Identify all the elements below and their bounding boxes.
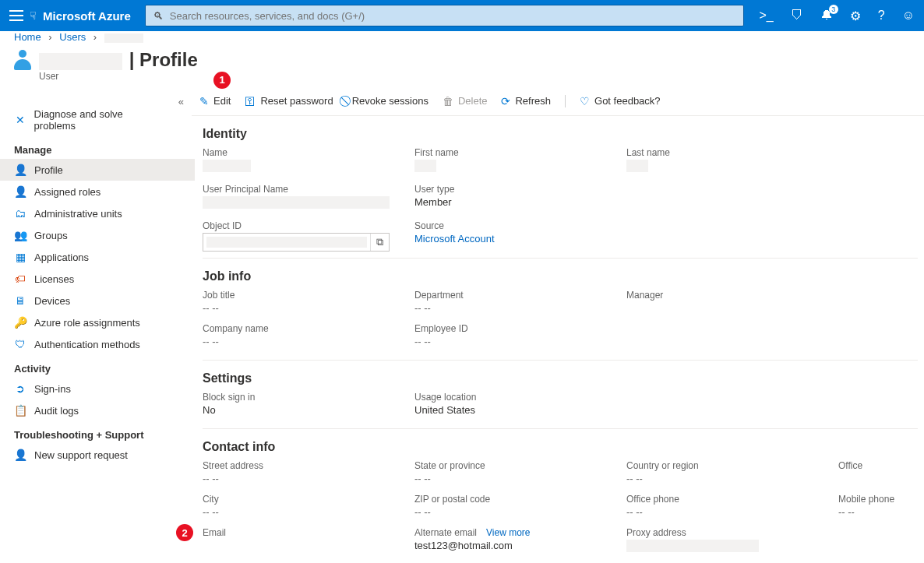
filter-icon[interactable]: ⛉ bbox=[791, 9, 803, 23]
settings-icon[interactable]: ⚙ bbox=[850, 9, 861, 23]
objectid-field[interactable]: ⧉ bbox=[203, 233, 390, 252]
sidebar-section-trouble: Troubleshooting + Support bbox=[0, 421, 195, 444]
global-search[interactable]: 🔍︎ bbox=[145, 5, 744, 26]
city-value: -- -- bbox=[203, 506, 413, 518]
source-value[interactable]: Microsoft Account bbox=[414, 233, 495, 245]
refresh-button[interactable]: ⟳Refresh bbox=[501, 95, 551, 107]
email-label: Email bbox=[203, 527, 413, 538]
firstname-value bbox=[414, 160, 436, 172]
office-label: Office bbox=[838, 460, 918, 471]
breadcrumb: Home › Users › bbox=[0, 31, 924, 49]
support-icon: 👤 bbox=[14, 449, 26, 461]
page-title: | Profile bbox=[39, 49, 198, 71]
sidebar-section-manage: Manage bbox=[0, 136, 195, 159]
street-value: -- -- bbox=[203, 473, 413, 484]
search-icon: 🔍︎ bbox=[153, 10, 164, 22]
diagnose-icon: ✕ bbox=[14, 114, 26, 126]
source-label: Source bbox=[414, 220, 625, 231]
notifications-icon[interactable]: 🔔︎3 bbox=[820, 9, 833, 23]
company-label: Company name bbox=[203, 323, 413, 334]
revoke-sessions-button[interactable]: ⃠Revoke sessions bbox=[347, 94, 428, 107]
street-label: Street address bbox=[203, 460, 413, 471]
refresh-icon: ⟳ bbox=[501, 95, 510, 107]
applications-icon: ▦ bbox=[14, 251, 26, 263]
block-label: Block sign in bbox=[203, 392, 413, 403]
sidebar-item-admin-units[interactable]: 🗂Administrative units bbox=[0, 202, 195, 224]
key-small-icon: ⚿ bbox=[245, 95, 256, 107]
toolbar-separator bbox=[565, 95, 566, 107]
jobtitle-label: Job title bbox=[203, 290, 413, 301]
delete-button: 🗑Delete bbox=[443, 95, 488, 107]
edit-button[interactable]: 1 ✎Edit bbox=[199, 95, 231, 107]
sidebar-item-applications[interactable]: ▦Applications bbox=[0, 246, 195, 268]
proxy-value bbox=[626, 540, 759, 552]
cursor-icon: ☟ bbox=[30, 9, 37, 22]
collapse-sidebar-icon[interactable]: « bbox=[178, 96, 184, 107]
lastname-value bbox=[626, 160, 648, 172]
cloud-shell-icon[interactable]: >_ bbox=[760, 9, 774, 23]
shield-icon: 🛡 bbox=[14, 338, 26, 350]
profile-icon: 👤 bbox=[14, 164, 26, 176]
search-input[interactable] bbox=[170, 10, 735, 22]
company-value: -- -- bbox=[203, 336, 413, 347]
country-label: Country or region bbox=[626, 460, 837, 471]
country-value: -- -- bbox=[626, 473, 837, 484]
mobile-value: -- -- bbox=[838, 506, 918, 518]
sidebar-item-audit-logs[interactable]: 📋Audit logs bbox=[0, 399, 195, 421]
sidebar-item-devices[interactable]: 🖥Devices bbox=[0, 290, 195, 311]
jobinfo-heading: Job info bbox=[203, 269, 918, 283]
empid-label: Employee ID bbox=[414, 323, 625, 334]
usertype-label: User type bbox=[414, 184, 625, 195]
user-icon bbox=[14, 50, 31, 70]
reset-password-button[interactable]: ⚿Reset password bbox=[245, 95, 333, 107]
department-label: Department bbox=[414, 290, 625, 301]
upn-label: User Principal Name bbox=[203, 184, 413, 195]
help-icon[interactable]: ? bbox=[878, 9, 885, 23]
notification-badge: 3 bbox=[829, 5, 838, 14]
feedback-icon[interactable]: ☺ bbox=[902, 9, 915, 23]
zip-value: -- -- bbox=[414, 506, 625, 518]
lastname-label: Last name bbox=[626, 147, 837, 158]
audit-icon: 📋 bbox=[14, 404, 26, 417]
devices-icon: 🖥 bbox=[14, 294, 26, 307]
identity-heading: Identity bbox=[203, 127, 918, 141]
sidebar-item-profile[interactable]: 👤Profile bbox=[0, 159, 195, 181]
sidebar-item-signins[interactable]: ➲Sign-ins bbox=[0, 378, 195, 399]
sidebar-item-auth-methods[interactable]: 🛡Authentication methods bbox=[0, 333, 195, 355]
mobile-label: Mobile phone bbox=[838, 494, 918, 505]
annotation-marker-1: 1 bbox=[213, 72, 231, 89]
usage-value: United States bbox=[414, 404, 625, 416]
breadcrumb-users[interactable]: Users bbox=[59, 31, 86, 43]
edit-icon: ✎ bbox=[199, 95, 209, 107]
feedback-button[interactable]: ♡Got feedback? bbox=[580, 95, 661, 107]
officephone-value: -- -- bbox=[626, 506, 837, 518]
signin-icon: ➲ bbox=[14, 382, 26, 395]
state-label: State or province bbox=[414, 460, 625, 471]
state-value: -- -- bbox=[414, 473, 625, 484]
objectid-label: Object ID bbox=[203, 220, 413, 231]
department-value: -- -- bbox=[414, 302, 625, 314]
sidebar-item-assigned-roles[interactable]: 👤Assigned roles bbox=[0, 181, 195, 202]
firstname-label: First name bbox=[414, 147, 625, 158]
sidebar-item-licenses[interactable]: 🏷Licenses bbox=[0, 268, 195, 290]
sidebar-item-new-support[interactable]: 👤New support request bbox=[0, 444, 195, 466]
licenses-icon: 🏷 bbox=[14, 273, 26, 285]
jobtitle-value: -- -- bbox=[203, 302, 413, 314]
copy-icon[interactable]: ⧉ bbox=[370, 234, 389, 251]
breadcrumb-home[interactable]: Home bbox=[14, 31, 41, 43]
usage-label: Usage location bbox=[414, 392, 625, 403]
sidebar-item-azure-role[interactable]: 🔑Azure role assignments bbox=[0, 311, 195, 333]
sidebar-item-diagnose[interactable]: ✕Diagnose and solve problems bbox=[0, 104, 178, 136]
hamburger-menu[interactable] bbox=[9, 8, 25, 23]
breadcrumb-current bbox=[104, 33, 143, 43]
zip-label: ZIP or postal code bbox=[414, 494, 625, 505]
empid-value: -- -- bbox=[414, 336, 625, 347]
sidebar-item-groups[interactable]: 👥Groups bbox=[0, 224, 195, 246]
groups-icon: 👥 bbox=[14, 229, 26, 241]
viewmore-link[interactable]: View more bbox=[486, 527, 530, 538]
heart-icon: ♡ bbox=[580, 95, 590, 107]
altemail-value: test123@hotmail.com bbox=[414, 540, 625, 551]
city-label: City bbox=[203, 494, 413, 505]
block-value: No bbox=[203, 404, 413, 416]
trash-icon: 🗑 bbox=[443, 95, 453, 107]
